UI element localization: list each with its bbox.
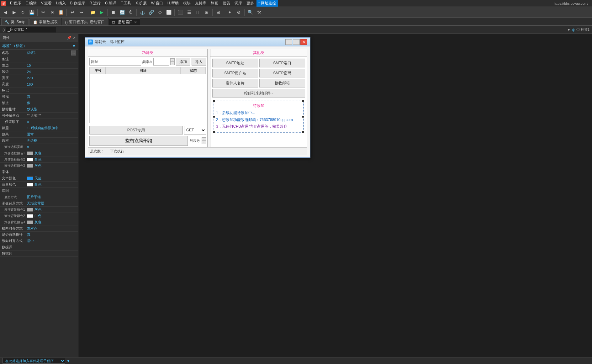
menu-module[interactable]: 模块 — [181, 0, 193, 7]
menu-extend[interactable]: X.扩展 — [134, 0, 148, 7]
toolbar-align-center[interactable]: ☰ — [185, 8, 193, 16]
toolbar-grid[interactable]: ⊞ — [214, 8, 222, 16]
thread-up-btn[interactable]: ▲ — [202, 137, 206, 141]
prop-row-textcolor: 文本颜色 天蓝 — [0, 175, 78, 182]
window-minimize-btn[interactable]: — — [285, 39, 292, 45]
func-section-header: 功能类 — [88, 49, 207, 57]
toolbar-settings[interactable]: ⚒ — [255, 8, 263, 16]
smtp-user-btn[interactable]: SMTP用户名 — [212, 69, 258, 77]
event-select[interactable]: 在此处选择加入事件处理子程序 — [3, 358, 65, 364]
toolbar-forward[interactable]: ▶ — [10, 8, 18, 16]
import-btn[interactable]: 导入 — [192, 58, 206, 66]
toolbar-align-justify[interactable]: ⊞ — [203, 8, 211, 16]
menu-more[interactable]: 更多 — [245, 0, 256, 7]
toolbar-refresh[interactable]: ↻ — [19, 8, 27, 16]
monitor-btn[interactable]: 监控[点我开启] — [89, 136, 188, 146]
smtp-pass-btn[interactable]: SMTP密码 — [259, 69, 305, 77]
toolbar-component[interactable]: ⚙ — [235, 8, 243, 16]
prop-edit-btn[interactable]: … — [71, 50, 76, 55]
toolbar-zoom[interactable]: 🔍 — [246, 8, 254, 16]
toolbar-play[interactable]: ▶ — [98, 8, 106, 16]
window-close-btn[interactable]: ✕ — [300, 39, 307, 45]
toolbar-back[interactable]: ◀ — [1, 8, 9, 16]
corner-ml — [213, 116, 215, 118]
menu-edit[interactable]: E.编辑 — [24, 0, 38, 7]
menu-insert[interactable]: I.插入 — [54, 0, 68, 7]
menu-window[interactable]: W.窗口 — [149, 0, 165, 7]
freq-down-btn[interactable]: ▼ — [170, 62, 175, 65]
menu-db[interactable]: B.数据库 — [68, 0, 87, 7]
toolbar-copy[interactable]: ⎘ — [48, 8, 56, 16]
add-btn[interactable]: 添加 — [176, 58, 190, 66]
props-dropdown-label: 标签1（标签） — [2, 43, 27, 49]
thread-down-btn[interactable]: ▼ — [202, 141, 206, 144]
freq-spinbox: ▲ ▼ — [170, 58, 175, 65]
tab-close-icon[interactable]: ✕ — [134, 20, 137, 24]
props-pin-icon[interactable]: 📌 — [67, 36, 71, 40]
smtp-port-btn[interactable]: SMTP端口 — [259, 59, 305, 67]
smtp-row3: 发件人名称 接收邮箱 — [212, 79, 305, 87]
smtp-addr-btn[interactable]: SMTP地址 — [212, 59, 258, 67]
func-bottom: POST专用 GET 监控[点我开启] 线程数 ▲ ▼ — [88, 124, 207, 147]
addr-tag-icon: ◎ — [572, 28, 575, 32]
prop-row-taborder: 停留顺序 0 — [0, 119, 78, 125]
toolbar-save[interactable]: 💾 — [28, 8, 36, 16]
sender-name-btn[interactable]: 发件人名称 — [212, 79, 258, 87]
toolbar-stop[interactable]: ⏹ — [109, 8, 117, 16]
url-table: 序号 网址 状态 — [90, 67, 206, 74]
toolbar-code[interactable]: ✦ — [226, 8, 234, 16]
window-maximize-btn[interactable]: □ — [293, 39, 300, 45]
toolbar-redo[interactable]: ↪ — [77, 8, 85, 16]
addr-input[interactable] — [6, 27, 56, 33]
menu-run[interactable]: R.运行 — [87, 0, 103, 7]
prop-row-disabled: 禁止 假 — [0, 100, 78, 106]
toolbar-align-left[interactable]: ⬛ — [176, 8, 184, 16]
menu-view[interactable]: V.查看 — [39, 0, 54, 7]
menu-notes[interactable]: 便笺 — [221, 0, 232, 7]
toolbar-paste[interactable]: 📋 — [57, 8, 65, 16]
app-icon: 易 — [1, 1, 6, 6]
toolbar-reload[interactable]: 🔄 — [118, 8, 126, 16]
color-swatch-white1 — [27, 158, 33, 161]
sep7 — [212, 9, 213, 16]
tab-startup[interactable]: □ _启动窗口 ✕ — [109, 18, 140, 25]
props-dropdown[interactable]: 标签1（标签） ▼ — [0, 42, 78, 50]
toolbar-new-folder[interactable]: 📁 — [89, 8, 97, 16]
bottom-arrow-icon: ▼ — [66, 359, 70, 363]
addr-dropdown-icon: ▼ — [567, 28, 571, 32]
addr-tag-label: ◎ 标签1 — [576, 27, 589, 32]
toolbar-rect[interactable]: ⬜ — [165, 8, 173, 16]
inner-window: 云 清朝云 - 网址监控 — □ ✕ 功能类 频率/s — [85, 37, 310, 158]
menu-dict[interactable]: 词库 — [233, 0, 244, 7]
menu-monitor[interactable]: * 网址监控 — [256, 0, 278, 7]
toolbar-anchor[interactable]: ⚓ — [138, 8, 146, 16]
toolbar: ◀ ▶ ↻ 💾 ✂ ⎘ 📋 ↩ ↪ 📁 ▶ ⏹ 🔄 ⏱ ⚓ 🔗 ◇ ⬜ ⬛ ☰ … — [0, 7, 592, 18]
menu-support[interactable]: 支持库 — [193, 0, 208, 7]
menu-static[interactable]: 静画 — [209, 0, 220, 7]
freq-input[interactable] — [153, 58, 169, 66]
tab-constants[interactable]: 📋 常量数据表 — [29, 18, 61, 25]
toolbar-link[interactable]: 🔗 — [147, 8, 155, 16]
email-btn[interactable]: 给邮箱来封邮件~ — [212, 89, 305, 98]
tab-window-prog[interactable]: () 窗口程序集_启动窗口 — [62, 18, 108, 25]
recv-email-btn[interactable]: 接收邮箱 — [259, 79, 305, 87]
tab-smtp[interactable]: 🔧 类_Smtp — [1, 18, 29, 25]
prop-row-border: 边框 无边框 — [0, 138, 78, 144]
toolbar-align-right[interactable]: Π — [194, 8, 202, 16]
prop-row-border-color2: 渐变边框颜色2 白色 — [0, 156, 78, 163]
toolbar-undo[interactable]: ↩ — [68, 8, 77, 16]
post-btn[interactable]: POST专用 — [89, 126, 183, 135]
prop-row-autowrap: 是否自动折行 真 — [0, 232, 78, 238]
props-close-icon[interactable]: ✕ — [73, 36, 76, 40]
url-input[interactable] — [89, 58, 141, 66]
url-table-container[interactable]: 序号 网址 状态 — [89, 67, 206, 123]
menu-help[interactable]: H.帮助 — [166, 0, 181, 7]
toolbar-cut[interactable]: ✂ — [39, 8, 47, 16]
toolbar-diamond[interactable]: ◇ — [156, 8, 164, 16]
menu-file[interactable]: E.程序 — [8, 0, 23, 7]
menu-compile[interactable]: C.编译 — [103, 0, 118, 7]
get-select[interactable]: GET — [184, 126, 206, 135]
toolbar-clock[interactable]: ⏱ — [127, 8, 135, 16]
freq-up-btn[interactable]: ▲ — [170, 58, 175, 62]
menu-tools[interactable]: T.工具 — [119, 0, 133, 7]
